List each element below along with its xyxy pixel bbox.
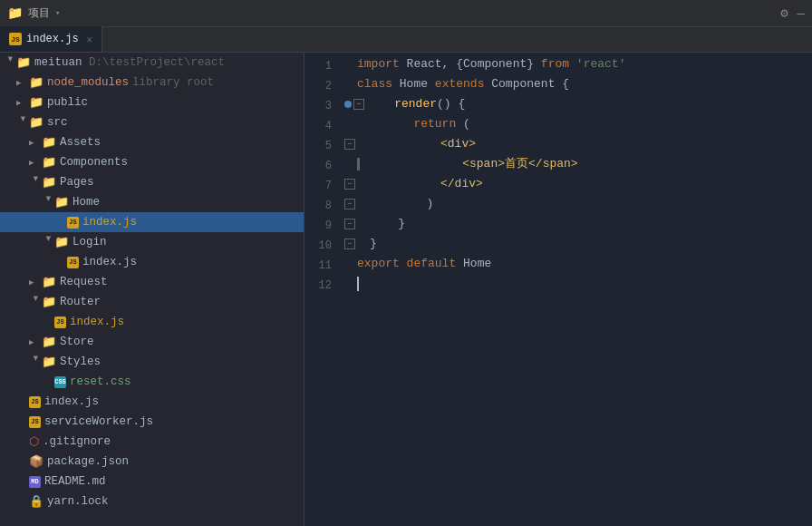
sidebar-item-home[interactable]: ▶ 📁 Home xyxy=(0,192,304,212)
token-from: from xyxy=(541,54,569,74)
token-rcurly-outer: } xyxy=(370,234,377,254)
token-render-indent xyxy=(366,94,394,114)
token-home-export: Home xyxy=(456,254,491,274)
git-icon: ⬡ xyxy=(29,434,39,449)
request-arrow: ▶ xyxy=(29,278,42,287)
ln-9: 9 xyxy=(304,216,332,236)
router-arrow: ▶ xyxy=(31,296,41,308)
code-line-5: − <div> xyxy=(344,134,812,154)
editor[interactable]: 1 2 3 4 5 6 7 8 9 10 11 12 import React xyxy=(304,53,812,526)
token-span-open: <span> xyxy=(462,154,505,174)
sidebar-item-src[interactable]: ▶ 📁 src xyxy=(0,112,304,132)
router-folder-icon: 📁 xyxy=(42,295,56,309)
js-icon-login: JS xyxy=(67,257,79,268)
home-arrow: ▶ xyxy=(44,196,53,209)
sidebar-item-pages[interactable]: ▶ 📁 Pages xyxy=(0,172,304,192)
token-class: class xyxy=(357,74,392,94)
code-line-2: class Home extends Component { xyxy=(344,74,812,94)
fold-box-8[interactable]: − xyxy=(344,199,355,209)
token-default: default xyxy=(400,254,456,274)
ln-3: 3 xyxy=(304,96,332,116)
sidebar[interactable]: ▶ 📁 meituan D:\testProject\react ▶ 📁 nod… xyxy=(0,53,304,526)
sidebar-item-index-js-root[interactable]: ▶ JS index.js xyxy=(0,392,304,412)
sidebar-item-styles[interactable]: ▶ 📁 Styles xyxy=(0,352,304,372)
index-js-login-label: index.js xyxy=(82,256,137,268)
fold-box-10[interactable]: − xyxy=(344,239,355,249)
token-div-close: </div> xyxy=(440,174,483,194)
sidebar-item-assets[interactable]: ▶ 📁 Assets xyxy=(0,132,304,152)
sidebar-item-index-js-home[interactable]: ▶ JS index.js xyxy=(0,212,304,232)
fold-box-9[interactable]: − xyxy=(344,219,355,229)
sidebar-root[interactable]: ▶ 📁 meituan D:\testProject\react xyxy=(0,53,304,73)
token-rparen: ) xyxy=(370,194,433,214)
sidebar-item-yarn-lock[interactable]: ▶ 🔒 yarn.lock xyxy=(0,492,304,511)
sidebar-item-reset-css[interactable]: ▶ CSS reset.css xyxy=(0,372,304,392)
home-label: Home xyxy=(72,196,100,209)
package-json-label: package.json xyxy=(47,455,129,468)
dropdown-arrow[interactable]: ▾ xyxy=(55,8,60,18)
fold-box-7[interactable]: − xyxy=(344,179,355,190)
code-line-11: export default Home xyxy=(344,254,812,274)
tab-index-js[interactable]: JS index.js ✕ xyxy=(0,26,102,52)
index-js-router-label: index.js xyxy=(70,316,124,328)
pages-folder-icon: 📁 xyxy=(42,175,56,190)
code-line-3: − render () { xyxy=(344,94,812,114)
yarn-lock-label: yarn.lock xyxy=(47,495,109,508)
components-folder-icon: 📁 xyxy=(42,155,56,170)
sidebar-item-package-json[interactable]: ▶ 📦 package.json xyxy=(0,452,304,472)
md-icon: MD xyxy=(29,476,41,488)
ln-4: 4 xyxy=(304,116,332,136)
index-js-root-label: index.js xyxy=(44,395,99,408)
sidebar-item-readme[interactable]: ▶ MD README.md xyxy=(0,472,304,492)
yarn-icon: 🔒 xyxy=(29,494,44,509)
login-folder-icon: 📁 xyxy=(54,235,69,249)
sidebar-item-store[interactable]: ▶ 📁 Store xyxy=(0,332,304,352)
src-label: src xyxy=(47,116,68,129)
sidebar-item-public[interactable]: ▶ 📁 public xyxy=(0,93,304,112)
code-line-6: <span> 首页 </span> xyxy=(344,154,812,174)
sidebar-item-node-modules[interactable]: ▶ 📁 node_modules library root xyxy=(0,73,304,93)
fold-box-5[interactable]: − xyxy=(344,139,355,150)
code-line-7: − </div> xyxy=(344,174,812,194)
settings-icon[interactable]: ⚙ xyxy=(780,5,788,21)
gitignore-label: .gitignore xyxy=(43,435,111,448)
sidebar-item-login[interactable]: ▶ 📁 Login xyxy=(0,232,304,252)
ln-5: 5 xyxy=(304,136,332,156)
public-folder-icon: 📁 xyxy=(29,95,44,110)
pkg-icon: 📦 xyxy=(29,454,44,469)
token-react: React, {Component} xyxy=(400,54,541,74)
css-icon: CSS xyxy=(54,376,66,388)
service-worker-label: serviceWorker.js xyxy=(44,415,153,428)
token-home: Home xyxy=(392,74,435,94)
minimize-icon[interactable]: — xyxy=(798,6,805,21)
js-icon-root: JS xyxy=(29,396,41,408)
store-label: Store xyxy=(60,336,94,348)
ln-1: 1 xyxy=(304,56,332,76)
sidebar-item-service-worker[interactable]: ▶ JS serviceWorker.js xyxy=(0,412,304,432)
js-icon-home: JS xyxy=(67,217,79,229)
root-arrow: ▶ xyxy=(5,56,15,69)
node-modules-sublabel: library root xyxy=(132,76,214,89)
sidebar-item-request[interactable]: ▶ 📁 Request xyxy=(0,272,304,292)
code-area: 1 2 3 4 5 6 7 8 9 10 11 12 import React xyxy=(304,53,812,526)
token-component: Component { xyxy=(484,74,569,94)
fold-dot-3 xyxy=(344,101,352,108)
node-modules-arrow: ▶ xyxy=(16,78,29,88)
fold-box-3[interactable]: − xyxy=(353,99,364,110)
request-label: Request xyxy=(60,276,108,288)
sidebar-item-index-js-router[interactable]: ▶ JS index.js xyxy=(0,312,304,332)
assets-arrow: ▶ xyxy=(29,138,42,148)
sidebar-item-gitignore[interactable]: ▶ ⬡ .gitignore xyxy=(0,432,304,452)
styles-arrow: ▶ xyxy=(31,356,41,368)
token-span-close: </span> xyxy=(528,154,578,174)
sidebar-item-index-js-login[interactable]: ▶ JS index.js xyxy=(0,252,304,272)
index-js-home-label: index.js xyxy=(82,216,137,229)
sidebar-item-router[interactable]: ▶ 📁 Router xyxy=(0,292,304,312)
token-paren: ( xyxy=(456,114,470,134)
tab-close-icon[interactable]: ✕ xyxy=(87,34,93,45)
line-numbers: 1 2 3 4 5 6 7 8 9 10 11 12 xyxy=(304,54,341,526)
router-label: Router xyxy=(60,296,101,308)
sidebar-item-components[interactable]: ▶ 📁 Components xyxy=(0,152,304,172)
tab-bar: JS index.js ✕ xyxy=(0,27,812,53)
public-arrow: ▶ xyxy=(16,98,29,108)
